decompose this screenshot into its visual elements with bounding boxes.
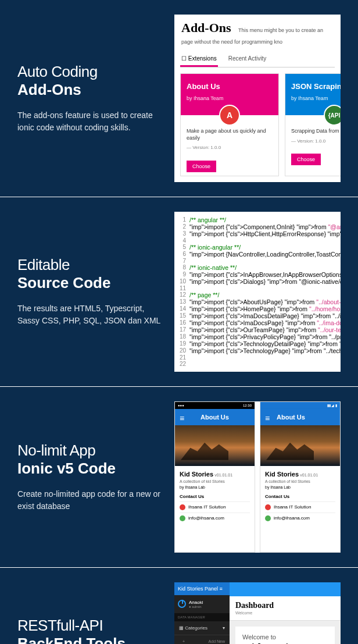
card-version: — Version: 1.0.0 [187, 145, 273, 151]
title-light: RESTfull-API [17, 617, 163, 635]
app-author: by Ihsana Lab [180, 485, 250, 489]
title-bold: Add-Ons [17, 81, 163, 99]
section-backend: RESTfull-API BackEnd Tools You can creat… [0, 568, 358, 644]
app-author: by Ihsana Lab [265, 485, 335, 489]
status-bar: ●●●12:30 [175, 402, 255, 409]
chevron-down-icon: ▾ [223, 625, 225, 631]
section-source-code: Editable Source Code The results are HTM… [0, 197, 358, 387]
phones-preview: ●●●12:30 ≡About Us Kid Stories v01.01.01… [174, 401, 341, 553]
addon-card-aboutus: About Us by Ihsana Team A Make a page ab… [180, 73, 279, 176]
admin-sidebar: Kid Stories Panel ≡ Anaoki● admin DATA M… [174, 582, 230, 644]
admin-main: DashboardWelcome Welcome to Kid Stories!… [230, 582, 341, 644]
badge-a-icon: A [219, 105, 240, 126]
hero-image [260, 425, 340, 466]
contact-item[interactable]: info@ihsana.com [265, 513, 335, 524]
card-desc: Make a page about us quickly and easily [187, 128, 273, 141]
choose-button[interactable]: Choose [187, 161, 216, 172]
badge-api-icon: {API [324, 105, 341, 126]
addons-tabs: ☐ Extensions Recent Activity [180, 52, 335, 67]
app-bar: ≡About Us [175, 409, 255, 425]
app-bar: ≡About Us [260, 409, 340, 425]
app-subtitle: A collection of kid Stories [265, 479, 335, 483]
app-subtitle: A collection of kid Stories [180, 479, 250, 483]
code-preview: 1/** angular **/2"imp">import {"cls">Com… [174, 212, 341, 372]
text-column: RESTfull-API BackEnd Tools You can creat… [17, 582, 163, 644]
text-column: No-limit App Ionic v5 Code Create no-lim… [17, 401, 163, 553]
sidebar-item-categories[interactable]: ▦ Categories▾ [174, 621, 230, 635]
description: The add-ons feature is used to create io… [17, 109, 163, 134]
sidebar-section: DATA MANAGER [174, 613, 230, 621]
status-bar: ▮▮ ◢ ▮ [260, 402, 340, 409]
card-author: by Ihsana Team [187, 95, 223, 101]
menu-icon[interactable]: ≡ [265, 414, 270, 423]
title-light: Auto Coding [17, 63, 163, 81]
sidebar-item-addnew[interactable]: + Add New [174, 635, 230, 644]
title-light: Editable [17, 256, 163, 274]
email-icon [180, 515, 185, 521]
choose-button[interactable]: Choose [291, 154, 321, 165]
description: Create no-limited app code for a new or … [17, 488, 163, 513]
card-desc: Scrapping Data from JSON [291, 128, 341, 135]
contact-header: Contact Us [180, 494, 250, 499]
phone-preview-ios: ●●●12:30 ≡About Us Kid Stories v01.01.01… [174, 401, 255, 553]
addon-card-json: JSON Scraping by Ihsana Team {API Scrapp… [285, 73, 341, 176]
contact-item[interactable]: Ihsana IT Solution [180, 501, 250, 513]
section-addons: Auto Coding Add-Ons The add-ons feature … [0, 0, 358, 197]
brand: Kid Stories Panel ≡ [174, 582, 230, 595]
card-author: by Ihsana Team [291, 95, 328, 101]
welcome-card: Welcome to Kid Stories! A collection of … [235, 627, 335, 644]
admin-topbar [230, 582, 341, 596]
card-title: About Us [187, 82, 273, 91]
card-version: — Version: 1.0.0 [291, 138, 341, 144]
title-bold: Ionic v5 Code [17, 460, 163, 478]
contact-icon [265, 504, 271, 510]
admin-preview: Kid Stories Panel ≡ Anaoki● admin DATA M… [174, 582, 341, 644]
phone-preview-android: ▮▮ ◢ ▮ ≡About Us Kid Stories v01.01.01 A… [260, 401, 341, 553]
email-icon [265, 515, 271, 521]
contact-item[interactable]: Ihsana IT Solution [265, 501, 335, 513]
dashboard-header: DashboardWelcome [230, 596, 341, 621]
user-block[interactable]: Anaoki● admin [174, 595, 230, 613]
tab-extensions[interactable]: ☐ Extensions [180, 52, 218, 67]
addons-header: Add-Ons [181, 20, 231, 35]
app-name: Kid Stories [265, 471, 299, 478]
power-icon [178, 600, 186, 608]
app-name: Kid Stories [180, 471, 213, 478]
contact-header: Contact Us [265, 494, 335, 499]
title-light: No-limit App [17, 442, 163, 460]
title-bold: BackEnd Tools [17, 635, 163, 644]
welcome-title: Kid Stories! [242, 642, 328, 644]
tab-recent[interactable]: Recent Activity [227, 52, 268, 67]
addons-preview: Add-Ons This menu might be you to create… [174, 15, 341, 182]
section-ionic: No-limit App Ionic v5 Code Create no-lim… [0, 387, 358, 568]
card-title: JSON Scraping [291, 82, 341, 91]
text-column: Editable Source Code The results are HTM… [17, 212, 163, 372]
contact-item[interactable]: info@ihsana.com [180, 513, 250, 524]
title-bold: Source Code [17, 274, 163, 292]
description: The results are HTML5, Typescript, Sassy… [17, 303, 163, 327]
hero-image [175, 425, 255, 466]
contact-icon [180, 504, 185, 510]
menu-icon[interactable]: ≡ [180, 414, 184, 423]
text-column: Auto Coding Add-Ons The add-ons feature … [17, 15, 163, 182]
